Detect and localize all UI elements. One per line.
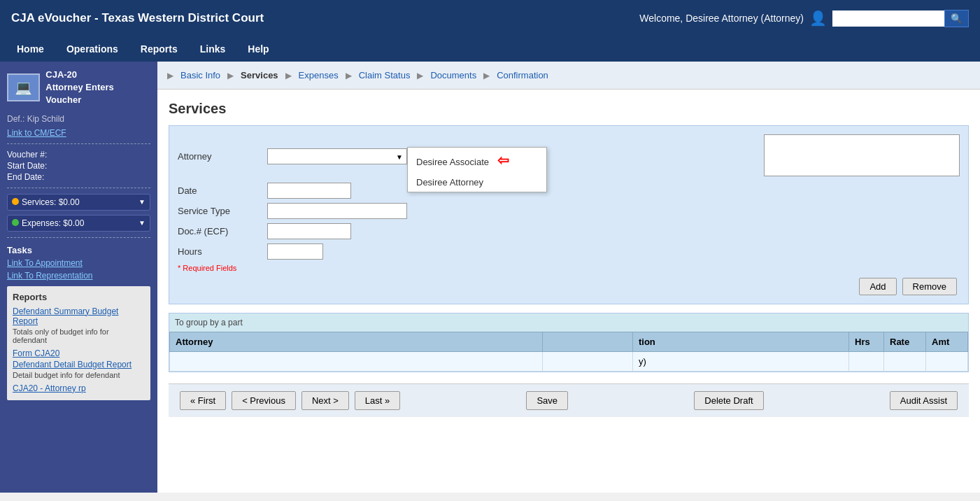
col-empty bbox=[543, 332, 633, 352]
welcome-text: Welcome, Desiree Attorney (Attorney) bbox=[639, 13, 804, 24]
services-dropdown-arrow: ▼ bbox=[139, 198, 145, 206]
tab-services[interactable]: Services bbox=[235, 67, 284, 83]
report-desc-3: Detail budget info for defendant bbox=[13, 371, 145, 379]
app-header: CJA eVoucher - Texas Western District Co… bbox=[0, 0, 980, 36]
main-nav: Home Operations Reports Links Help bbox=[0, 36, 980, 62]
table-group-row: To group by a part bbox=[169, 313, 968, 332]
report-link-3[interactable]: Defendant Detail Budget Report bbox=[13, 360, 145, 369]
table-header-row: Attorney tion Hrs Rate Amt bbox=[170, 332, 968, 352]
dropdown-option-associate[interactable]: Desiree Associate ⇦ bbox=[408, 148, 546, 173]
main-content: ▶ Basic Info ▶ Services ▶ Expenses ▶ Cla… bbox=[157, 62, 980, 493]
services-dot bbox=[12, 198, 19, 205]
table-row: y) bbox=[170, 352, 968, 372]
attorney-row: Attorney Desiree Associate Desiree Attor… bbox=[178, 134, 960, 178]
sidebar-reports-section: Reports Defendant Summary Budget Report … bbox=[7, 286, 150, 400]
main-layout: 💻 CJA-20 Attorney Enters Voucher Def.: K… bbox=[0, 62, 980, 493]
date-input[interactable] bbox=[267, 183, 351, 199]
notes-area bbox=[764, 134, 960, 178]
report-link-1[interactable]: Defendant Summary Budget Report bbox=[13, 306, 145, 326]
dropdown-option-attorney[interactable]: Desiree Attorney bbox=[408, 173, 546, 192]
tab-claim-status[interactable]: Claim Status bbox=[353, 67, 416, 83]
expenses-dot bbox=[12, 219, 19, 226]
sidebar-divider-3 bbox=[7, 237, 150, 238]
expenses-amount: Expenses: $0.00 bbox=[22, 218, 84, 228]
services-table-area: To group by a part Attorney tion Hrs Rat… bbox=[169, 313, 969, 372]
sidebar-start-date: Start Date: bbox=[7, 161, 150, 171]
col-amt: Amt bbox=[926, 332, 968, 352]
report-link-2[interactable]: Form CJA20 bbox=[13, 348, 145, 358]
col-attorney: Attorney bbox=[170, 332, 543, 352]
audit-assist-button[interactable]: Audit Assist bbox=[890, 391, 958, 410]
sidebar-defendant: Def.: Kip Schild bbox=[7, 114, 150, 124]
hours-label: Hours bbox=[178, 246, 262, 257]
remove-button[interactable]: Remove bbox=[902, 278, 957, 295]
attorney-select[interactable]: Desiree Associate Desiree Attorney bbox=[267, 148, 407, 164]
nav-links[interactable]: Links bbox=[189, 36, 237, 62]
tasks-title: Tasks bbox=[7, 245, 150, 255]
link-to-representation[interactable]: Link To Representation bbox=[7, 271, 150, 281]
tab-arrow-0: ▶ bbox=[167, 71, 173, 80]
bottom-navigation: « First < Previous Next > Last » Save De… bbox=[169, 383, 969, 417]
next-button[interactable]: Next > bbox=[301, 391, 349, 410]
expenses-dropdown[interactable]: Expenses: $0.00 ▼ bbox=[7, 215, 150, 232]
user-icon: 👤 bbox=[809, 10, 827, 27]
add-button[interactable]: Add bbox=[859, 278, 896, 295]
doc-ecf-label: Doc.# (ECF) bbox=[178, 226, 262, 237]
tab-documents[interactable]: Documents bbox=[425, 67, 482, 83]
red-arrow-icon: ⇦ bbox=[497, 152, 509, 169]
col-tion: tion bbox=[632, 332, 848, 352]
report-link-4[interactable]: CJA20 - Attorney rp bbox=[13, 383, 145, 393]
tab-expenses[interactable]: Expenses bbox=[293, 67, 344, 83]
service-type-row: Service Type bbox=[178, 203, 960, 219]
row-amt bbox=[926, 352, 968, 372]
breadcrumb-tabs: ▶ Basic Info ▶ Services ▶ Expenses ▶ Cla… bbox=[157, 62, 980, 90]
tab-arrow-2: ▶ bbox=[285, 71, 292, 80]
doc-ecf-row: Doc.# (ECF) bbox=[178, 223, 960, 239]
services-heading: Services bbox=[169, 101, 969, 117]
services-section: Services Attorney Desiree Associate Desi… bbox=[157, 90, 980, 428]
service-type-input[interactable] bbox=[267, 203, 407, 219]
tab-arrow-4: ▶ bbox=[417, 71, 423, 80]
col-hrs: Hrs bbox=[849, 332, 884, 352]
row-hrs bbox=[849, 352, 884, 372]
sidebar-voucher-label: Voucher #: bbox=[7, 150, 150, 160]
nav-help[interactable]: Help bbox=[236, 36, 280, 62]
services-form: Attorney Desiree Associate Desiree Attor… bbox=[169, 125, 969, 304]
tab-confirmation[interactable]: Confirmation bbox=[491, 67, 554, 83]
sidebar-divider-1 bbox=[7, 143, 150, 144]
date-row: Date bbox=[178, 183, 960, 199]
attorney-dropdown-overlay: Desiree Associate ⇦ Desiree Attorney bbox=[407, 147, 547, 192]
services-dropdown[interactable]: Services: $0.00 ▼ bbox=[7, 194, 150, 211]
tab-basic-info[interactable]: Basic Info bbox=[175, 67, 226, 83]
attorney-select-wrap: Desiree Associate Desiree Attorney bbox=[267, 148, 407, 164]
previous-button[interactable]: < Previous bbox=[232, 391, 296, 410]
search-input[interactable] bbox=[832, 10, 944, 27]
header-right: Welcome, Desiree Attorney (Attorney) 👤 🔍 bbox=[639, 10, 969, 27]
hours-row: Hours bbox=[178, 244, 960, 260]
nav-home[interactable]: Home bbox=[6, 36, 55, 62]
row-empty bbox=[543, 352, 633, 372]
first-button[interactable]: « First bbox=[180, 391, 226, 410]
link-to-appointment[interactable]: Link To Appointment bbox=[7, 258, 150, 268]
sidebar-voucher-icon: 💻 bbox=[7, 73, 40, 101]
notes-textarea[interactable] bbox=[764, 134, 960, 176]
nav-reports[interactable]: Reports bbox=[129, 36, 189, 62]
doc-ecf-input[interactable] bbox=[267, 223, 351, 239]
reports-section-title: Reports bbox=[13, 292, 145, 302]
save-button[interactable]: Save bbox=[526, 391, 568, 410]
app-title: CJA eVoucher - Texas Western District Co… bbox=[11, 11, 264, 25]
sidebar-cmecf-link[interactable]: Link to CM/ECF bbox=[7, 128, 150, 138]
form-buttons: Add Remove bbox=[178, 278, 960, 295]
last-button[interactable]: Last » bbox=[355, 391, 400, 410]
report-desc-1: Totals only of budget info for defendant bbox=[13, 327, 145, 344]
date-label: Date bbox=[178, 185, 262, 196]
services-amount: Services: $0.00 bbox=[22, 197, 80, 207]
sidebar-voucher-subtitle: Attorney Enters Voucher bbox=[45, 81, 150, 106]
search-button[interactable]: 🔍 bbox=[944, 10, 969, 27]
tab-arrow-1: ▶ bbox=[227, 71, 234, 80]
nav-operations[interactable]: Operations bbox=[55, 36, 129, 62]
sidebar-divider-2 bbox=[7, 188, 150, 188]
row-rate bbox=[884, 352, 926, 372]
hours-input[interactable] bbox=[267, 244, 323, 260]
delete-draft-button[interactable]: Delete Draft bbox=[694, 391, 763, 410]
